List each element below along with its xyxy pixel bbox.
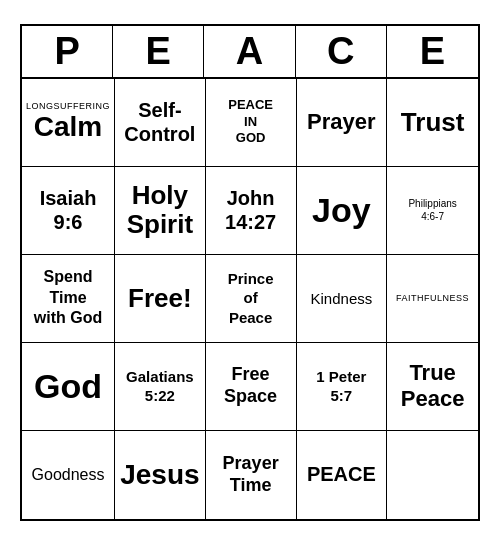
cell-20: Goodness bbox=[22, 431, 115, 519]
cell-1: Self-Control bbox=[115, 79, 206, 167]
cell-0-sub: LONGSUFFERING bbox=[26, 101, 110, 111]
header-p: P bbox=[22, 26, 113, 77]
cell-18: 1 Peter5:7 bbox=[297, 343, 388, 431]
cell-9: Philippians4:6-7 bbox=[387, 167, 478, 255]
cell-14: FAITHFULNESS bbox=[387, 255, 478, 343]
cell-2: PEACEINGOD bbox=[206, 79, 297, 167]
cell-0: LONGSUFFERING Calm bbox=[22, 79, 115, 167]
header-c: C bbox=[296, 26, 387, 77]
cell-0-main: Calm bbox=[34, 111, 102, 143]
bingo-card: P E A C E LONGSUFFERING Calm Self-Contro… bbox=[20, 24, 480, 521]
cell-18-main: 1 Peter5:7 bbox=[316, 367, 366, 406]
cell-10: SpendTimewith God bbox=[22, 255, 115, 343]
cell-10-main: SpendTimewith God bbox=[34, 267, 102, 329]
cell-5-main: Isaiah9:6 bbox=[40, 186, 97, 234]
header-a: A bbox=[204, 26, 295, 77]
cell-21-main: Jesus bbox=[120, 459, 199, 491]
cell-21: Jesus bbox=[115, 431, 206, 519]
cell-16-main: Galatians5:22 bbox=[126, 367, 194, 406]
bingo-grid: LONGSUFFERING Calm Self-Control PEACEING… bbox=[22, 79, 478, 519]
cell-6-main: HolySpirit bbox=[127, 181, 193, 238]
cell-3-main: Prayer bbox=[307, 109, 376, 135]
cell-3: Prayer bbox=[297, 79, 388, 167]
cell-5: Isaiah9:6 bbox=[22, 167, 115, 255]
cell-22: PrayerTime bbox=[206, 431, 297, 519]
cell-15-main: God bbox=[34, 367, 102, 406]
cell-13-main: Kindness bbox=[311, 290, 373, 307]
bingo-header: P E A C E bbox=[22, 26, 478, 79]
header-e1: E bbox=[113, 26, 204, 77]
cell-23: PEACE bbox=[297, 431, 388, 519]
cell-4: Trust bbox=[387, 79, 478, 167]
cell-14-main: FAITHFULNESS bbox=[396, 293, 469, 303]
cell-16: Galatians5:22 bbox=[115, 343, 206, 431]
cell-4-main: Trust bbox=[401, 107, 465, 138]
cell-17: FreeSpace bbox=[206, 343, 297, 431]
cell-13: Kindness bbox=[297, 255, 388, 343]
cell-12: PrinceofPeace bbox=[206, 255, 297, 343]
header-e2: E bbox=[387, 26, 478, 77]
cell-7: John14:27 bbox=[206, 167, 297, 255]
cell-17-main: FreeSpace bbox=[224, 364, 277, 407]
cell-2-main: PEACEINGOD bbox=[228, 97, 273, 148]
cell-20-main: Goodness bbox=[32, 466, 105, 484]
cell-9-main: Philippians4:6-7 bbox=[408, 197, 456, 223]
cell-19: TruePeace bbox=[387, 343, 478, 431]
cell-8: Joy bbox=[297, 167, 388, 255]
cell-8-main: Joy bbox=[312, 191, 371, 230]
cell-22-main: PrayerTime bbox=[223, 453, 279, 496]
cell-7-main: John14:27 bbox=[225, 186, 276, 234]
cell-12-main: PrinceofPeace bbox=[228, 269, 274, 328]
cell-11: Free! bbox=[115, 255, 206, 343]
cell-23-main: PEACE bbox=[307, 463, 376, 486]
cell-11-main: Free! bbox=[128, 283, 192, 314]
cell-19-main: TruePeace bbox=[401, 360, 465, 413]
cell-1-main: Self-Control bbox=[124, 98, 195, 146]
cell-6: HolySpirit bbox=[115, 167, 206, 255]
cell-15: God bbox=[22, 343, 115, 431]
